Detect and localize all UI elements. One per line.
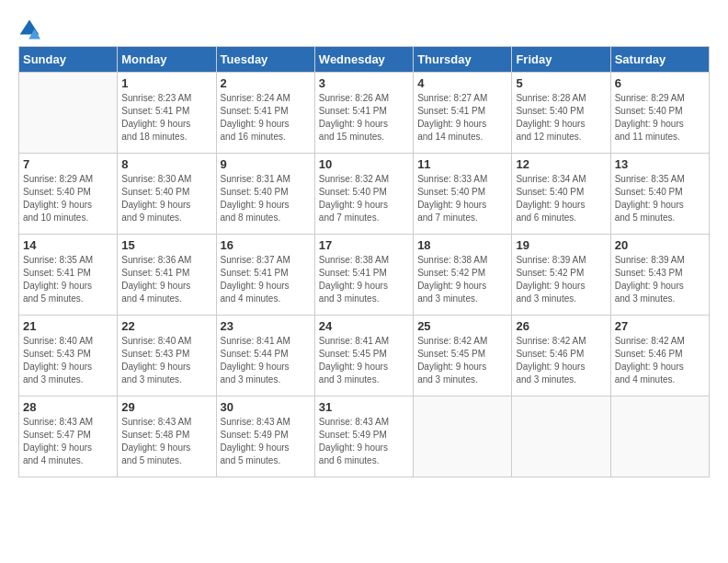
calendar-header-sunday: Sunday [19, 47, 118, 73]
day-info: Sunrise: 8:31 AM Sunset: 5:40 PM Dayligh… [221, 173, 311, 224]
calendar-cell: 25Sunrise: 8:42 AM Sunset: 5:45 PM Dayli… [414, 316, 512, 396]
calendar-cell: 6Sunrise: 8:29 AM Sunset: 5:40 PM Daylig… [610, 73, 709, 154]
calendar-cell [19, 73, 118, 154]
day-info: Sunrise: 8:39 AM Sunset: 5:43 PM Dayligh… [615, 254, 705, 305]
day-info: Sunrise: 8:29 AM Sunset: 5:40 PM Dayligh… [23, 173, 113, 224]
day-number: 9 [221, 157, 311, 171]
day-number: 4 [417, 76, 507, 90]
calendar-cell: 31Sunrise: 8:43 AM Sunset: 5:49 PM Dayli… [314, 396, 413, 477]
day-number: 1 [121, 76, 211, 90]
day-info: Sunrise: 8:40 AM Sunset: 5:43 PM Dayligh… [23, 335, 113, 386]
calendar-cell: 14Sunrise: 8:35 AM Sunset: 5:41 PM Dayli… [19, 235, 118, 316]
day-info: Sunrise: 8:43 AM Sunset: 5:49 PM Dayligh… [319, 416, 409, 467]
day-number: 14 [23, 238, 113, 252]
day-info: Sunrise: 8:26 AM Sunset: 5:41 PM Dayligh… [319, 92, 409, 144]
day-info: Sunrise: 8:41 AM Sunset: 5:45 PM Dayligh… [319, 335, 409, 386]
calendar-cell: 2Sunrise: 8:24 AM Sunset: 5:41 PM Daylig… [216, 73, 314, 154]
calendar-cell: 8Sunrise: 8:30 AM Sunset: 5:40 PM Daylig… [118, 154, 216, 235]
calendar-cell: 20Sunrise: 8:39 AM Sunset: 5:43 PM Dayli… [610, 235, 709, 316]
day-number: 18 [417, 238, 507, 252]
day-number: 27 [615, 319, 705, 333]
day-number: 15 [121, 238, 211, 252]
calendar-cell: 5Sunrise: 8:28 AM Sunset: 5:40 PM Daylig… [512, 73, 610, 154]
day-number: 10 [319, 157, 409, 171]
calendar-cell: 12Sunrise: 8:34 AM Sunset: 5:40 PM Dayli… [512, 154, 610, 235]
day-number: 11 [417, 157, 507, 171]
day-info: Sunrise: 8:29 AM Sunset: 5:40 PM Dayligh… [615, 92, 705, 144]
day-number: 31 [319, 400, 409, 414]
calendar-header-monday: Monday [118, 47, 216, 73]
calendar-cell: 13Sunrise: 8:35 AM Sunset: 5:40 PM Dayli… [610, 154, 709, 235]
day-number: 30 [221, 400, 311, 414]
calendar-cell: 15Sunrise: 8:36 AM Sunset: 5:41 PM Dayli… [118, 235, 216, 316]
day-info: Sunrise: 8:34 AM Sunset: 5:40 PM Dayligh… [516, 173, 606, 224]
day-info: Sunrise: 8:27 AM Sunset: 5:41 PM Dayligh… [417, 92, 507, 144]
day-info: Sunrise: 8:39 AM Sunset: 5:42 PM Dayligh… [516, 254, 606, 305]
logo [18, 18, 44, 40]
day-info: Sunrise: 8:23 AM Sunset: 5:41 PM Dayligh… [121, 92, 211, 144]
day-number: 29 [121, 400, 211, 414]
day-info: Sunrise: 8:37 AM Sunset: 5:41 PM Dayligh… [221, 254, 311, 305]
calendar-week-row: 21Sunrise: 8:40 AM Sunset: 5:43 PM Dayli… [19, 316, 710, 396]
calendar-cell: 18Sunrise: 8:38 AM Sunset: 5:42 PM Dayli… [414, 235, 512, 316]
calendar-cell: 22Sunrise: 8:40 AM Sunset: 5:43 PM Dayli… [118, 316, 216, 396]
day-number: 26 [516, 319, 606, 333]
calendar-cell: 23Sunrise: 8:41 AM Sunset: 5:44 PM Dayli… [216, 316, 314, 396]
calendar-cell: 28Sunrise: 8:43 AM Sunset: 5:47 PM Dayli… [19, 396, 118, 477]
day-number: 7 [23, 157, 113, 171]
calendar-table: SundayMondayTuesdayWednesdayThursdayFrid… [18, 46, 710, 477]
day-info: Sunrise: 8:42 AM Sunset: 5:45 PM Dayligh… [417, 335, 507, 386]
logo-icon [18, 18, 40, 40]
day-number: 23 [221, 319, 311, 333]
day-number: 19 [516, 238, 606, 252]
calendar-cell: 24Sunrise: 8:41 AM Sunset: 5:45 PM Dayli… [314, 316, 413, 396]
day-number: 6 [615, 76, 705, 90]
day-info: Sunrise: 8:33 AM Sunset: 5:40 PM Dayligh… [417, 173, 507, 224]
calendar-cell: 11Sunrise: 8:33 AM Sunset: 5:40 PM Dayli… [414, 154, 512, 235]
day-info: Sunrise: 8:40 AM Sunset: 5:43 PM Dayligh… [121, 335, 211, 386]
day-info: Sunrise: 8:32 AM Sunset: 5:40 PM Dayligh… [319, 173, 409, 224]
day-number: 12 [516, 157, 606, 171]
calendar-week-row: 14Sunrise: 8:35 AM Sunset: 5:41 PM Dayli… [19, 235, 710, 316]
calendar-week-row: 1Sunrise: 8:23 AM Sunset: 5:41 PM Daylig… [19, 73, 710, 154]
day-number: 28 [23, 400, 113, 414]
calendar-cell: 10Sunrise: 8:32 AM Sunset: 5:40 PM Dayli… [314, 154, 413, 235]
calendar-cell [610, 396, 709, 477]
day-info: Sunrise: 8:28 AM Sunset: 5:40 PM Dayligh… [516, 92, 606, 144]
day-number: 22 [121, 319, 211, 333]
calendar-cell: 19Sunrise: 8:39 AM Sunset: 5:42 PM Dayli… [512, 235, 610, 316]
day-info: Sunrise: 8:30 AM Sunset: 5:40 PM Dayligh… [121, 173, 211, 224]
day-info: Sunrise: 8:43 AM Sunset: 5:49 PM Dayligh… [221, 416, 311, 467]
day-info: Sunrise: 8:42 AM Sunset: 5:46 PM Dayligh… [615, 335, 705, 386]
calendar-cell: 1Sunrise: 8:23 AM Sunset: 5:41 PM Daylig… [118, 73, 216, 154]
day-number: 5 [516, 76, 606, 90]
day-info: Sunrise: 8:41 AM Sunset: 5:44 PM Dayligh… [221, 335, 311, 386]
day-number: 17 [319, 238, 409, 252]
calendar-cell: 3Sunrise: 8:26 AM Sunset: 5:41 PM Daylig… [314, 73, 413, 154]
day-number: 3 [319, 76, 409, 90]
calendar-header-row: SundayMondayTuesdayWednesdayThursdayFrid… [19, 47, 710, 73]
calendar-header-thursday: Thursday [414, 47, 512, 73]
calendar-cell: 30Sunrise: 8:43 AM Sunset: 5:49 PM Dayli… [216, 396, 314, 477]
day-number: 13 [615, 157, 705, 171]
calendar-header-friday: Friday [512, 47, 610, 73]
day-info: Sunrise: 8:43 AM Sunset: 5:48 PM Dayligh… [121, 416, 211, 467]
day-info: Sunrise: 8:35 AM Sunset: 5:40 PM Dayligh… [615, 173, 705, 224]
day-info: Sunrise: 8:38 AM Sunset: 5:42 PM Dayligh… [417, 254, 507, 305]
calendar-cell: 29Sunrise: 8:43 AM Sunset: 5:48 PM Dayli… [118, 396, 216, 477]
calendar-header-wednesday: Wednesday [314, 47, 413, 73]
calendar-cell: 17Sunrise: 8:38 AM Sunset: 5:41 PM Dayli… [314, 235, 413, 316]
calendar-header-saturday: Saturday [610, 47, 709, 73]
day-info: Sunrise: 8:42 AM Sunset: 5:46 PM Dayligh… [516, 335, 606, 386]
day-number: 2 [221, 76, 311, 90]
calendar-cell: 4Sunrise: 8:27 AM Sunset: 5:41 PM Daylig… [414, 73, 512, 154]
calendar-cell: 27Sunrise: 8:42 AM Sunset: 5:46 PM Dayli… [610, 316, 709, 396]
day-number: 16 [221, 238, 311, 252]
day-number: 20 [615, 238, 705, 252]
day-number: 24 [319, 319, 409, 333]
day-info: Sunrise: 8:35 AM Sunset: 5:41 PM Dayligh… [23, 254, 113, 305]
day-info: Sunrise: 8:36 AM Sunset: 5:41 PM Dayligh… [121, 254, 211, 305]
day-number: 21 [23, 319, 113, 333]
day-info: Sunrise: 8:24 AM Sunset: 5:41 PM Dayligh… [221, 92, 311, 144]
calendar-cell [414, 396, 512, 477]
